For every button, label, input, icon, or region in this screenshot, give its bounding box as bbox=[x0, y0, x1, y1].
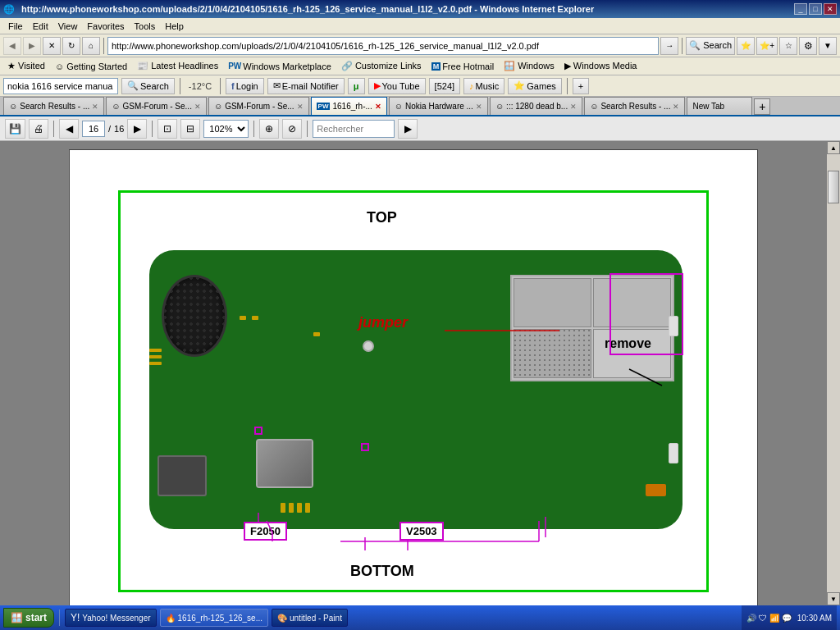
minimize-button[interactable]: _ bbox=[794, 3, 807, 15]
tab-1280-dead[interactable]: ☺ ::: 1280 dead b... ✕ bbox=[490, 97, 582, 115]
bookmark-free-hotmail[interactable]: M Free Hotmail bbox=[427, 60, 498, 73]
pdf-tools-button-2[interactable]: ⊘ bbox=[282, 119, 302, 139]
start-button[interactable]: 🪟 start bbox=[3, 608, 54, 628]
paint-icon: 🎨 bbox=[277, 614, 287, 623]
mu-button[interactable]: μ bbox=[348, 78, 365, 94]
search-button[interactable]: 🔍 Search bbox=[121, 78, 175, 94]
pdf-content[interactable]: TOP BOTTOM bbox=[0, 141, 827, 605]
youtube-button[interactable]: ▶ You Tube bbox=[368, 78, 426, 94]
menu-tools[interactable]: Tools bbox=[130, 20, 161, 33]
tab-close-2[interactable]: ✕ bbox=[194, 103, 201, 111]
tab-1616-pdf[interactable]: PW 1616_rh-... ✕ bbox=[311, 97, 387, 115]
pdf-prev-page-button[interactable]: ◀ bbox=[59, 119, 79, 139]
facebook-button[interactable]: f Login bbox=[226, 78, 264, 94]
menu-file[interactable]: File bbox=[3, 20, 28, 33]
pdf-save-button[interactable]: 💾 bbox=[5, 119, 25, 139]
add-toolbar-button[interactable]: + bbox=[573, 78, 589, 94]
menu-favorites[interactable]: Favorites bbox=[82, 20, 129, 33]
music-button[interactable]: ♪ Music bbox=[463, 78, 504, 94]
pdf-print-button[interactable]: 🖨 bbox=[29, 119, 48, 139]
pcb-jumper-label: jumper bbox=[358, 314, 408, 331]
settings-button[interactable]: ⚙ bbox=[799, 37, 817, 55]
bookmark-windows-media[interactable]: ▶ Windows Media bbox=[560, 59, 641, 73]
bookmark-getting-started[interactable]: ☺ Getting Started bbox=[51, 60, 131, 73]
pdf-page-total: 16 bbox=[114, 124, 124, 134]
tab-new-tab[interactable]: New Tab bbox=[687, 97, 752, 115]
pdf-search-input[interactable] bbox=[313, 120, 395, 138]
taskbar-1616-pdf[interactable]: 🔥 1616_rh-125_126_se... bbox=[160, 609, 268, 627]
badge-button[interactable]: [524] bbox=[429, 78, 460, 94]
search-input[interactable] bbox=[3, 78, 118, 94]
pdf-page-input[interactable] bbox=[82, 121, 105, 137]
tab-close-1[interactable]: ✕ bbox=[92, 103, 98, 111]
tab-favicon: ☺ bbox=[590, 102, 598, 111]
tab-search-results-2[interactable]: ☺ Search Results - ... ✕ bbox=[584, 97, 685, 115]
pdf-page: TOP BOTTOM bbox=[69, 149, 758, 605]
favorites-nav-button[interactable]: ⭐ bbox=[737, 37, 755, 55]
tab-close-3[interactable]: ✕ bbox=[297, 103, 304, 111]
bookmark-windows-marketplace[interactable]: PW Windows Marketplace bbox=[224, 60, 336, 73]
tab-close-6[interactable]: ✕ bbox=[570, 103, 577, 111]
pdf-fit-page-button[interactable]: ⊡ bbox=[158, 119, 177, 139]
add-to-favorites-button[interactable]: ⭐+ bbox=[756, 37, 778, 55]
home-button[interactable]: ⌂ bbox=[82, 37, 100, 55]
bookmark-visited[interactable]: ★ Visited bbox=[3, 59, 49, 73]
pcb-bottom-label: BOTTOM bbox=[350, 563, 414, 580]
content-area: TOP BOTTOM bbox=[0, 141, 840, 605]
pdf-search-button[interactable]: ▶ bbox=[398, 119, 418, 139]
taskbar-yahoo-messenger[interactable]: Y! Yahoo! Messenger bbox=[65, 609, 157, 627]
back-button[interactable]: ◀ bbox=[3, 37, 21, 55]
pdf-tools-button-1[interactable]: ⊕ bbox=[259, 119, 279, 139]
menu-edit[interactable]: Edit bbox=[28, 20, 53, 33]
forward-button[interactable]: ▶ bbox=[23, 37, 41, 55]
scroll-track[interactable] bbox=[827, 154, 840, 592]
title-bar: 🌐 http://www.phoneworkshop.com/uploads/2… bbox=[0, 0, 840, 18]
scroll-down-button[interactable]: ▼ bbox=[827, 592, 840, 605]
pdf-fit-width-button[interactable]: ⊟ bbox=[180, 119, 200, 139]
pcb-f2050-box: F2050 bbox=[244, 522, 287, 541]
pcb-top-label: TOP bbox=[367, 209, 397, 226]
volume-icon: 🔊 bbox=[746, 614, 756, 623]
sep5 bbox=[567, 78, 568, 94]
system-clock: 10:30 AM bbox=[797, 614, 832, 623]
pcb-orange-component bbox=[646, 484, 666, 496]
taskbar-paint[interactable]: 🎨 untitled - Paint bbox=[272, 609, 348, 627]
sep4 bbox=[220, 78, 221, 94]
tab-search-results-1[interactable]: ☺ Search Results - ... ✕ bbox=[3, 97, 104, 115]
bookmark-customize-links[interactable]: 🔗 Customize Links bbox=[337, 59, 426, 73]
email-notifier-button[interactable]: ✉ E-mail Notifier bbox=[267, 78, 345, 94]
stop-button[interactable]: ✕ bbox=[43, 37, 61, 55]
pdf-next-page-button[interactable]: ▶ bbox=[127, 119, 147, 139]
toolbar-separator bbox=[103, 38, 104, 54]
menu-view[interactable]: View bbox=[53, 20, 83, 33]
maximize-button[interactable]: □ bbox=[809, 3, 822, 15]
pcb-left-contacts bbox=[149, 349, 162, 365]
scroll-thumb[interactable] bbox=[828, 171, 839, 203]
search-nav-button[interactable]: 🔍 Search bbox=[686, 37, 735, 55]
tab-favicon: ☺ bbox=[214, 102, 222, 111]
smd-3 bbox=[313, 332, 320, 336]
bookmark-windows[interactable]: 🪟 Windows bbox=[500, 59, 559, 73]
tab-close-5[interactable]: ✕ bbox=[476, 103, 482, 111]
games-button[interactable]: ⭐ Games bbox=[508, 78, 561, 94]
scroll-up-button[interactable]: ▲ bbox=[827, 141, 840, 154]
refresh-button[interactable]: ↻ bbox=[62, 37, 80, 55]
more-tools-button[interactable]: ▼ bbox=[819, 37, 837, 55]
browser-logo: 🌐 bbox=[3, 4, 15, 15]
star-button[interactable]: ☆ bbox=[779, 37, 797, 55]
tab-favicon: ☺ bbox=[9, 102, 17, 111]
menu-help[interactable]: Help bbox=[160, 20, 189, 33]
tab-nokia-hardware[interactable]: ☺ Nokia Hardware ... ✕ bbox=[389, 97, 488, 115]
address-bar[interactable] bbox=[107, 37, 659, 55]
tab-close-4[interactable]: ✕ bbox=[375, 103, 381, 111]
tab-gsm-forum-1[interactable]: ☺ GSM-Forum - Se... ✕ bbox=[106, 97, 207, 115]
bookmark-latest-headlines[interactable]: 📰 Latest Headlines bbox=[133, 59, 222, 73]
pdf-zoom-select[interactable]: 50% 75% 100% 102% 125% 150% 200% bbox=[203, 120, 249, 138]
close-button[interactable]: ✕ bbox=[824, 3, 837, 15]
go-button[interactable]: → bbox=[660, 37, 678, 55]
tab-close-7[interactable]: ✕ bbox=[673, 103, 679, 111]
tab-gsm-forum-2[interactable]: ☺ GSM-Forum - Se... ✕ bbox=[208, 97, 309, 115]
facebook-icon: f bbox=[231, 81, 235, 91]
pdf-sep1 bbox=[53, 121, 54, 137]
new-tab-button[interactable]: + bbox=[754, 98, 770, 115]
